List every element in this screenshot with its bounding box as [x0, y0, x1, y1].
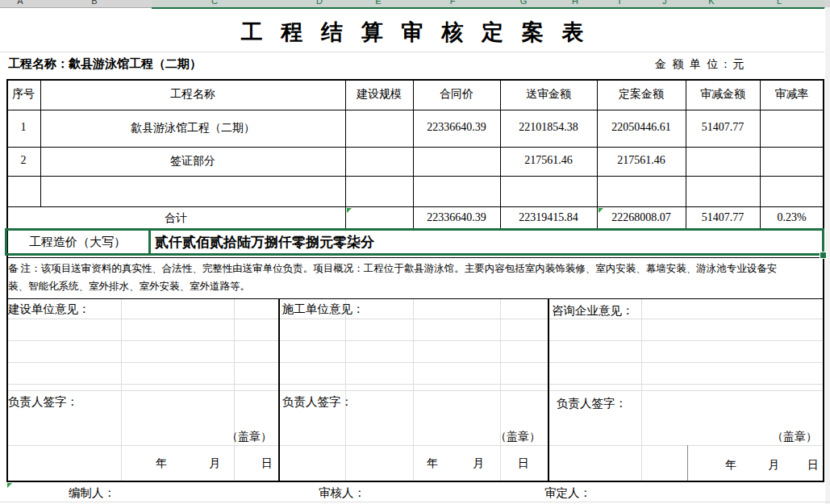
- cell-row2-no[interactable]: 2: [6, 154, 40, 167]
- gridline: [7, 340, 824, 341]
- cell-total-contract[interactable]: 22336640.39: [413, 211, 500, 224]
- cell-row1-finalized[interactable]: 22050446.61: [597, 121, 686, 134]
- cost-words-label-cell[interactable]: 工程造价（大写）: [6, 235, 148, 250]
- opinion-consultant-seal-label[interactable]: （盖章）: [672, 430, 817, 444]
- formula-marker-icon: [7, 483, 12, 488]
- table-border: [823, 79, 824, 482]
- column-letter[interactable]: E: [373, 0, 383, 6]
- table-border: [6, 481, 824, 482]
- opinion-consultant-date-year[interactable]: 年: [724, 458, 737, 473]
- column-letter[interactable]: K: [707, 0, 716, 6]
- table-border: [6, 110, 824, 110]
- col-header-submitted[interactable]: 送审金额: [500, 87, 597, 102]
- column-letter[interactable]: B: [90, 0, 99, 6]
- opinion-contractor-sign-label[interactable]: 负责人签字：: [282, 394, 352, 410]
- column-letter[interactable]: L: [774, 0, 784, 6]
- opinion-consultant-date-day[interactable]: 日: [807, 458, 820, 473]
- gridline: [7, 445, 824, 446]
- col-header-scale[interactable]: 建设规模: [345, 87, 413, 102]
- unit-note-cell[interactable]: 金 额 单 位：元: [655, 57, 746, 72]
- project-name-cell[interactable]: 工程名称：歙县游泳馆工程（二期）: [8, 56, 202, 72]
- opinion-consultant-sign-label[interactable]: 负责人签字：: [557, 396, 627, 411]
- cell-row2-name[interactable]: 签证部分: [40, 154, 345, 169]
- table-border: [6, 298, 824, 299]
- col-header-rate[interactable]: 审减率: [760, 87, 824, 102]
- formula-marker-icon: [347, 208, 352, 213]
- gridline: [0, 52, 824, 52]
- table-border: [548, 298, 549, 481]
- gridline: [7, 319, 824, 319]
- formula-marker-icon: [599, 208, 603, 213]
- gridline: [641, 298, 642, 481]
- col-header-name[interactable]: 工程名称: [40, 87, 345, 102]
- table-border: [6, 176, 824, 177]
- opinion-contractor-seal-label[interactable]: （盖章）: [395, 430, 540, 444]
- cell-row1-no[interactable]: 1: [6, 121, 40, 134]
- gridline: [0, 502, 830, 502]
- cell-row1-contract[interactable]: 22336640.39: [413, 121, 500, 134]
- gridline: [500, 298, 501, 481]
- table-border: [6, 79, 824, 81]
- opinion-owner-sign-label[interactable]: 负责人签字：: [8, 394, 78, 410]
- cell-row1-reduction[interactable]: 51407.77: [686, 121, 760, 134]
- footer-preparer-label[interactable]: 编制人：: [69, 485, 115, 501]
- opinion-contractor-date-month[interactable]: 月: [472, 456, 485, 471]
- spreadsheet-canvas: A B C D E F G H I J K L 工 程 结 算 审 核 定 案 …: [0, 0, 830, 504]
- cell-row1-submitted[interactable]: 22101854.38: [500, 121, 597, 134]
- column-letter[interactable]: G: [519, 0, 528, 6]
- gridline: [7, 390, 824, 391]
- cell-total-submitted[interactable]: 22319415.84: [500, 211, 597, 224]
- column-letter[interactable]: F: [448, 0, 457, 6]
- gridline: [345, 298, 346, 481]
- cell-row1-name[interactable]: 歙县游泳馆工程（二期）: [40, 121, 345, 135]
- opinion-owner-seal-label[interactable]: （盖章）: [127, 430, 272, 444]
- column-letter[interactable]: H: [570, 0, 580, 6]
- selection-fill-handle[interactable]: [820, 252, 827, 259]
- opinion-owner-title[interactable]: 建设单位意见：: [8, 302, 90, 317]
- footer-reviewer-label[interactable]: 审核人：: [319, 485, 365, 501]
- column-header-strip-selected[interactable]: C D E F G H I J K L: [152, 0, 824, 9]
- opinion-contractor-title[interactable]: 施工单位意见：: [282, 302, 365, 317]
- opinion-owner-date-month[interactable]: 月: [208, 456, 221, 471]
- remark-line-1[interactable]: 备 注：该项目送审资料的真实性、合法性、完整性由送审单位负责。项目概况：工程位于…: [8, 262, 821, 276]
- table-border: [278, 298, 280, 481]
- column-letter[interactable]: A: [15, 0, 25, 6]
- col-header-finalized[interactable]: 定案金额: [597, 87, 686, 102]
- cell-total-reduction[interactable]: 51407.77: [686, 211, 760, 224]
- cell-row2-submitted[interactable]: 217561.46: [500, 154, 597, 167]
- col-header-no[interactable]: 序号: [6, 87, 40, 102]
- remark-line-2[interactable]: 装、智能化系统、室外排水、室外安装、室外道路等。: [8, 280, 821, 294]
- gridline: [413, 298, 414, 481]
- gridline: [121, 298, 122, 481]
- col-header-contract[interactable]: 合同价: [413, 87, 500, 102]
- table-border: [6, 257, 824, 258]
- opinion-consultant-date-month[interactable]: 月: [767, 458, 780, 473]
- cost-words-value-cell[interactable]: 贰仟贰佰贰拾陆万捌仟零捌元零柒分: [155, 233, 374, 252]
- opinion-contractor-date-year[interactable]: 年: [426, 456, 439, 471]
- cell-total-finalized[interactable]: 22268008.07: [597, 211, 686, 224]
- gridline: [234, 298, 235, 481]
- column-letter[interactable]: C: [210, 0, 219, 6]
- cell-row2-finalized[interactable]: 217561.46: [597, 154, 686, 167]
- cell-total-rate[interactable]: 0.23%: [760, 211, 824, 224]
- column-letter[interactable]: I: [615, 0, 624, 6]
- selection-cell-divider: [148, 231, 151, 253]
- cell-total-label[interactable]: 合计: [6, 211, 345, 226]
- col-header-reduction[interactable]: 审减金额: [686, 87, 760, 102]
- table-border: [6, 206, 824, 207]
- page-title[interactable]: 工 程 结 算 审 核 定 案 表: [202, 18, 629, 47]
- gridline: [7, 384, 824, 385]
- column-header-strip-left[interactable]: A B: [0, 0, 152, 8]
- opinion-owner-date-day[interactable]: 日: [261, 456, 273, 471]
- opinion-consultant-title[interactable]: 咨询企业意见：: [552, 303, 634, 319]
- opinion-contractor-date-day[interactable]: 日: [517, 456, 530, 471]
- footer-approver-label[interactable]: 审定人：: [544, 485, 591, 501]
- opinion-owner-date-year[interactable]: 年: [155, 456, 168, 471]
- gridline: [687, 445, 688, 481]
- column-letter[interactable]: J: [660, 0, 669, 6]
- column-letter[interactable]: D: [315, 0, 324, 6]
- gridline: [7, 362, 824, 363]
- table-border: [6, 147, 824, 148]
